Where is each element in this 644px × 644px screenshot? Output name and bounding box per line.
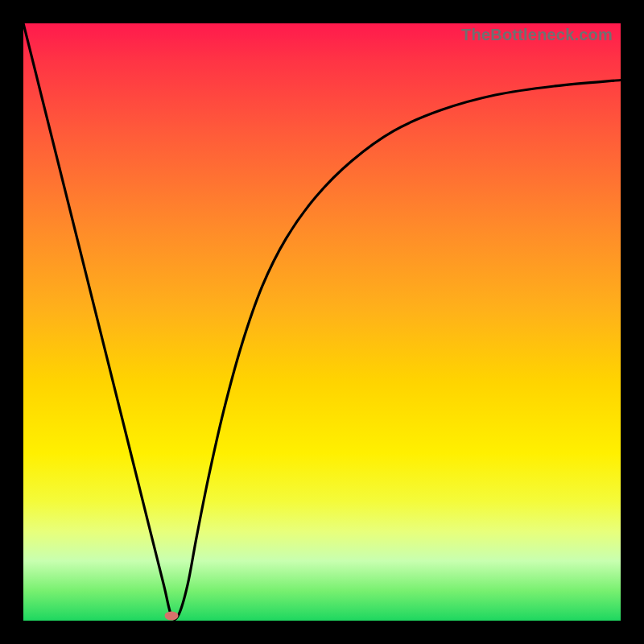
curve-path [23,23,621,619]
chart-plot-area: TheBottleneck.com [23,23,621,621]
chart-frame: TheBottleneck.com [0,0,644,644]
watermark-text: TheBottleneck.com [461,27,613,43]
curve-minimum-marker [165,612,179,621]
chart-curve [23,23,621,621]
